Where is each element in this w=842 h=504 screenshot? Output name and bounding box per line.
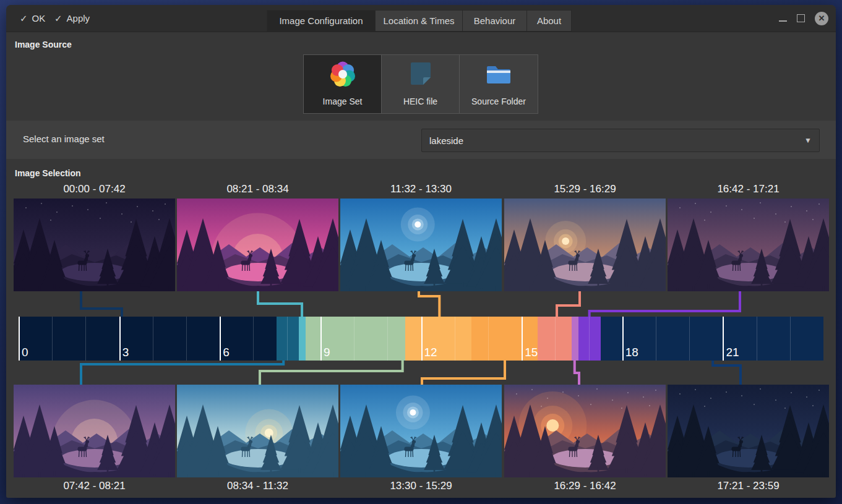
wallpaper-thumbnail[interactable] <box>14 199 175 291</box>
wallpaper-thumbnail[interactable] <box>177 199 338 291</box>
time-range-label: 11:32 - 13:30 <box>340 183 502 195</box>
day-timeline: 036912151821 <box>19 317 823 361</box>
time-range-label: 16:42 - 17:21 <box>668 183 829 195</box>
tab-about[interactable]: About <box>527 10 572 32</box>
timeline-hour-gridline <box>287 317 288 361</box>
source-type-heic-file[interactable]: HEIC file <box>382 55 460 113</box>
wallpaper-thumbnail[interactable] <box>340 385 502 477</box>
timeline-hour-gridline <box>790 317 791 361</box>
select-image-set-label: Select an image set <box>23 134 105 144</box>
timeline-segment <box>19 317 277 361</box>
timeline-segment <box>299 317 306 361</box>
close-icon[interactable]: ✕ <box>815 12 828 25</box>
chevron-down-icon: ▼ <box>804 136 812 145</box>
tab-location-times[interactable]: Location & Times <box>376 10 463 32</box>
check-icon: ✓ <box>54 13 62 24</box>
timeline-hour-marker <box>723 317 724 361</box>
image-set-pinwheel-icon <box>327 59 358 90</box>
timeline-hour-label: 12 <box>424 346 437 359</box>
timeline-hour-gridline <box>656 317 656 361</box>
timeline-hour-label: 21 <box>726 346 739 359</box>
wallpaper-thumbnail[interactable] <box>14 385 175 477</box>
time-range-label: 00:00 - 07:42 <box>14 183 175 195</box>
tab-behaviour[interactable]: Behaviour <box>463 10 527 32</box>
wallpaper-thumbnail[interactable] <box>340 199 502 291</box>
image-source-heading: Image Source <box>15 40 72 49</box>
timeline-hour-gridline <box>689 317 690 361</box>
timeline-hour-gridline <box>354 317 354 361</box>
check-icon: ✓ <box>20 13 28 24</box>
time-range-label: 07:42 - 08:21 <box>14 480 175 492</box>
timeline-segment <box>405 317 471 361</box>
window-controls: ✕ <box>779 5 828 32</box>
timeline-hour-gridline <box>455 317 455 361</box>
timeline-hour-label: 18 <box>625 346 638 359</box>
time-range-label: 16:29 - 16:42 <box>504 480 666 492</box>
source-type-label: HEIC file <box>403 96 437 106</box>
timeline-segment <box>578 317 600 361</box>
timeline-hour-gridline <box>488 317 489 361</box>
wallpaper-thumbnail[interactable] <box>504 199 666 291</box>
timeline-hour-gridline <box>555 317 556 361</box>
source-type-source-folder[interactable]: Source Folder <box>460 55 538 113</box>
timeline-hour-marker <box>220 317 221 361</box>
maximize-icon[interactable] <box>797 14 805 22</box>
timeline-hour-marker <box>421 317 423 361</box>
timeline-hour-marker <box>19 317 20 361</box>
header-bar: ✓ OK ✓ Apply Image Configuration Locatio… <box>6 5 836 32</box>
minimize-icon[interactable] <box>779 20 787 22</box>
source-type-label: Image Set <box>323 96 363 106</box>
timeline-hour-gridline <box>153 317 153 361</box>
wallpaper-thumbnail[interactable] <box>668 199 829 291</box>
timeline-hour-gridline <box>186 317 187 361</box>
source-type-group: Image Set HEIC file Source Folder <box>303 54 538 114</box>
wallpaper-thumbnail[interactable] <box>504 385 666 477</box>
source-type-image-set[interactable]: Image Set <box>304 55 382 113</box>
timeline-hour-label: 3 <box>122 346 129 359</box>
ok-button-label: OK <box>32 13 46 23</box>
tab-bar: Image Configuration Location & Times Beh… <box>267 10 572 32</box>
timeline-hour-gridline <box>757 317 757 361</box>
time-range-label: 15:29 - 16:29 <box>504 183 666 195</box>
timeline-hour-gridline <box>387 317 388 361</box>
ok-button[interactable]: ✓ OK <box>20 5 45 32</box>
timeline-hour-gridline <box>52 317 53 361</box>
timeline-hour-label: 6 <box>223 346 230 359</box>
apply-button[interactable]: ✓ Apply <box>54 5 90 32</box>
image-set-dropdown[interactable]: lakeside ▼ <box>421 129 820 152</box>
time-range-label: 17:21 - 23:59 <box>668 480 829 492</box>
timeline-hour-marker <box>320 317 322 361</box>
timeline-hour-marker <box>522 317 523 361</box>
timeline-hour-label: 9 <box>324 346 330 359</box>
tab-image-configuration[interactable]: Image Configuration <box>267 10 376 32</box>
wallpaper-thumbnail[interactable] <box>668 385 829 477</box>
folder-icon <box>483 59 514 90</box>
timeline-segment <box>277 317 298 361</box>
timeline-hour-label: 0 <box>22 346 28 359</box>
timeline-hour-gridline <box>85 317 86 361</box>
timeline-hour-marker <box>622 317 624 361</box>
heic-file-icon <box>405 59 436 90</box>
time-range-label: 08:34 - 11:32 <box>177 480 338 492</box>
timeline-hour-gridline <box>589 317 590 361</box>
image-set-dropdown-value: lakeside <box>429 135 463 146</box>
timeline-hour-marker <box>119 317 121 361</box>
image-selection-heading: Image Selection <box>15 168 81 178</box>
source-type-label: Source Folder <box>471 96 526 106</box>
wallpaper-thumbnail[interactable] <box>177 385 338 477</box>
desktop: { "window": { "header": { "ok_label": "O… <box>0 0 842 504</box>
app-window: ✓ OK ✓ Apply Image Configuration Locatio… <box>6 5 836 498</box>
timeline-segment <box>572 317 579 361</box>
timeline-hour-gridline <box>253 317 254 361</box>
timeline-hour-label: 15 <box>525 346 538 359</box>
time-range-label: 08:21 - 08:34 <box>177 183 338 195</box>
apply-button-label: Apply <box>67 13 90 23</box>
time-range-label: 13:30 - 15:29 <box>340 480 502 492</box>
